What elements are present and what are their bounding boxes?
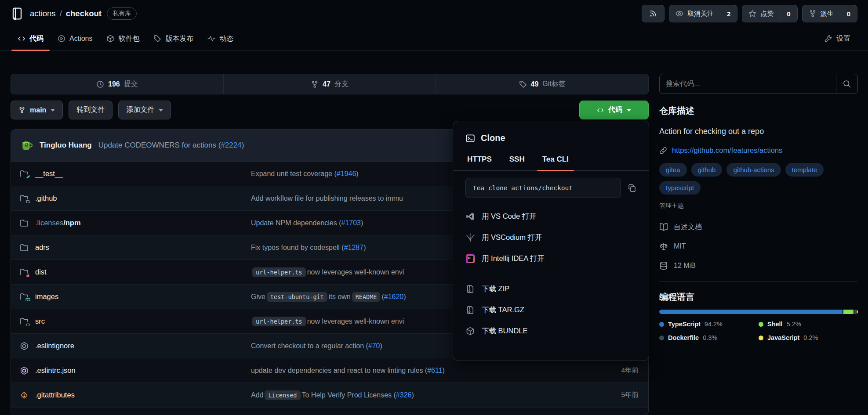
wrench-icon [824, 35, 832, 43]
editor-icon [465, 212, 475, 221]
repo-icon [11, 7, 24, 20]
chevron-down-icon [159, 109, 163, 112]
menu-item[interactable]: 下载 TAR.GZ [465, 300, 636, 321]
clone-protocol-tab[interactable]: HTTPS [466, 150, 493, 170]
stat-item[interactable]: 47 分支 [223, 74, 436, 94]
stat-item[interactable]: 49 Git标签 [436, 74, 648, 94]
copy-icon[interactable] [628, 184, 636, 192]
menu-item[interactable]: 用 VS Code 打开 [465, 206, 636, 227]
topic-badge[interactable]: github-actions [726, 163, 781, 177]
tab-settings[interactable]: 设置 [817, 27, 857, 50]
language-color-dot [659, 336, 664, 340]
topic-badge[interactable]: typescript [659, 181, 701, 195]
language-legend-item[interactable]: JavaScript 0.2% [759, 334, 858, 341]
fork-count[interactable]: 0 [840, 5, 857, 22]
eye-icon [676, 10, 683, 18]
nav-tab[interactable]: 代码 [11, 27, 51, 50]
editor-icon [465, 233, 475, 242]
menu-item[interactable]: 下载 BUNDLE [465, 321, 636, 342]
file-type-icon [20, 268, 29, 277]
repo-name-link[interactable]: checkout [66, 9, 102, 18]
nav-tab[interactable]: 版本发布 [146, 27, 200, 50]
search-button[interactable] [836, 74, 857, 94]
divider [659, 281, 858, 282]
file-name[interactable]: __test__ [35, 170, 63, 177]
website-row: https://github.com/features/actions [659, 146, 858, 155]
language-legend-item[interactable]: Dockerfile 0.3% [659, 334, 759, 341]
search-input[interactable] [660, 74, 836, 94]
file-name[interactable]: images [35, 292, 58, 300]
nav-tab[interactable]: 动态 [200, 27, 240, 50]
stat-item[interactable]: 196 提交 [11, 74, 223, 94]
menu-item[interactable]: 下载 ZIP [465, 278, 636, 300]
clone-protocol-tab[interactable]: SSH [508, 150, 526, 170]
commit-message[interactable]: Update CODEOWNERS for actions (#2224) [98, 141, 244, 150]
repo-actions: 取消关注 2 点赞 0 派生 0 [642, 5, 857, 22]
menu-divider [453, 273, 649, 273]
manage-topics-link[interactable]: 管理主题 [659, 202, 858, 210]
language-color-dot [759, 322, 763, 327]
nav-tab-icon [153, 35, 161, 43]
website-link[interactable]: https://github.com/features/actions [672, 146, 782, 155]
star-icon [748, 10, 756, 18]
meta-item[interactable]: MIT [659, 237, 858, 256]
star-button[interactable]: 点赞 0 [742, 5, 797, 22]
file-type-icon [20, 317, 29, 326]
clone-url-input[interactable] [465, 178, 621, 198]
fork-icon [809, 10, 817, 18]
file-name[interactable]: src [35, 317, 45, 325]
topic-list: gitea github github-actions template typ… [659, 163, 858, 195]
clone-dropdown: Clone HTTPS SSH Tea CLI [453, 121, 649, 361]
link-icon [659, 147, 667, 155]
table-row[interactable]: .eslintrc.json update dev dependencies a… [11, 358, 648, 383]
file-name[interactable]: .gitattributes [35, 391, 75, 399]
search-icon [843, 79, 851, 88]
file-path-prefix: .licenses [35, 219, 63, 227]
table-row[interactable]: .gitattributes Add Licensed To Help Veri… [11, 383, 648, 408]
branch-selector[interactable]: main [11, 101, 63, 119]
fork-button[interactable]: 派生 0 [802, 5, 857, 22]
commit-author[interactable]: Tingluo Huang [40, 141, 92, 150]
language-bar [659, 310, 858, 314]
code-clone-button[interactable]: 代码 [579, 101, 649, 119]
language-segment [659, 310, 843, 314]
file-name[interactable]: dist [35, 268, 47, 276]
description-title: 仓库描述 [659, 105, 858, 117]
nav-tab-icon [207, 35, 215, 43]
file-type-icon [20, 366, 29, 375]
nav-tab[interactable]: 软件包 [99, 27, 146, 50]
nav-tab-icon [18, 35, 25, 43]
file-name[interactable]: .eslintrc.json [35, 366, 76, 374]
menu-item[interactable]: IJ 用 Intellij IDEA 打开 [465, 248, 636, 269]
add-file-button[interactable]: 添加文件 [118, 101, 171, 119]
editor-icon: IJ [465, 254, 475, 263]
meta-item[interactable]: 自述文档 [659, 217, 858, 237]
repo-sidebar: 仓库描述 Action for checking out a repo http… [659, 74, 858, 341]
topic-badge[interactable]: template [785, 163, 824, 177]
file-name[interactable]: /npm [63, 219, 80, 227]
clone-protocol-tab[interactable]: Tea CLI [541, 150, 570, 170]
stat-icon [519, 80, 527, 88]
watch-button[interactable]: 取消关注 2 [669, 5, 737, 22]
rss-button[interactable] [642, 5, 665, 22]
file-name[interactable]: .github [35, 194, 57, 202]
commit-message[interactable]: update dev dependencies and react to new… [251, 367, 591, 375]
meta-item[interactable]: 12 MiB [659, 256, 858, 275]
nav-tab[interactable]: Actions [51, 27, 99, 50]
watch-count[interactable]: 2 [720, 5, 737, 22]
commit-message[interactable]: Add Licensed To Help Verify Prod License… [251, 390, 591, 400]
language-legend-item[interactable]: TypeScript 94.2% [659, 321, 759, 328]
language-legend-item[interactable]: Shell 5.2% [759, 321, 858, 328]
rss-icon [649, 10, 657, 18]
topic-badge[interactable]: gitea [659, 163, 687, 177]
menu-item[interactable]: 用 VSCodium 打开 [465, 227, 636, 248]
language-legend: TypeScript 94.2% Shell 5.2% Dockerfile 0… [659, 321, 858, 341]
download-type-icon [465, 284, 475, 294]
file-name[interactable]: adrs [35, 243, 49, 251]
file-name[interactable]: .eslintignore [35, 342, 74, 350]
avatar [20, 139, 33, 152]
star-count[interactable]: 0 [780, 5, 797, 22]
topic-badge[interactable]: github [691, 163, 723, 177]
repo-owner-link[interactable]: actions [30, 9, 56, 18]
goto-file-button[interactable]: 转到文件 [69, 101, 113, 119]
